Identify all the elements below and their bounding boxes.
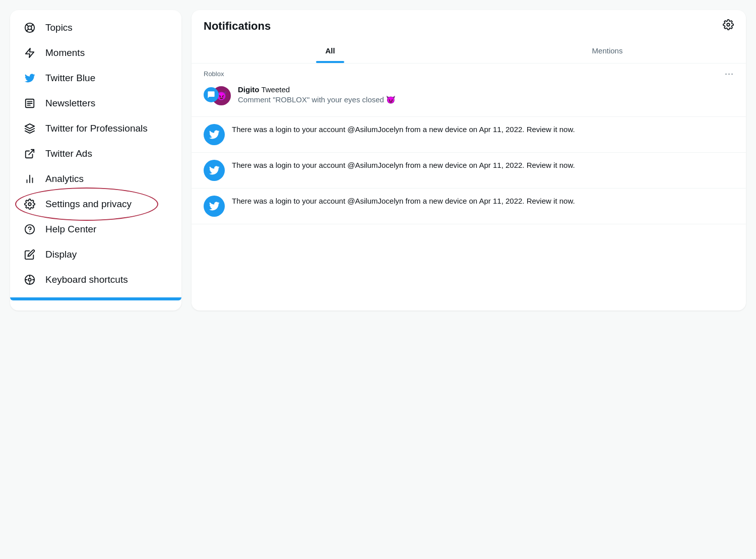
moments-icon	[22, 47, 37, 58]
sidebar-item-topics[interactable]: Topics	[10, 15, 181, 40]
roblox-action-label: Tweeted	[261, 85, 290, 94]
notifications-header: Notifications	[192, 10, 746, 38]
notifications-panel: Notifications All Mentions Roblox	[192, 10, 746, 310]
roblox-user-text: Digito Tweeted	[238, 85, 734, 94]
sidebar-item-twitter-ads-label: Twitter Ads	[45, 148, 92, 159]
twitter-blue-icon	[22, 73, 37, 84]
settings-icon	[22, 199, 37, 210]
twitter-professionals-icon	[22, 123, 37, 134]
sidebar-item-help-center-label: Help Center	[45, 224, 96, 235]
svg-point-24	[727, 23, 730, 26]
sidebar-item-settings-privacy-label: Settings and privacy	[45, 199, 132, 210]
roblox-more-button[interactable]: ···	[725, 69, 734, 79]
analytics-icon	[22, 173, 37, 184]
sidebar-item-settings-privacy[interactable]: Settings and privacy	[10, 192, 181, 217]
sidebar-bottom-bar	[10, 297, 181, 300]
svg-line-11	[29, 150, 34, 155]
notifications-tabs: All Mentions	[192, 38, 746, 64]
svg-line-5	[27, 29, 29, 31]
sidebar-item-twitter-professionals-label: Twitter for Professionals	[45, 123, 148, 134]
notification-list: Roblox ··· 😈	[192, 64, 746, 224]
roblox-content: Digito Tweeted Comment "ROBLOX" with you…	[238, 85, 734, 104]
roblox-source-label: Roblox	[204, 70, 224, 78]
sidebar-item-moments-label: Moments	[45, 47, 85, 58]
svg-point-15	[28, 203, 31, 206]
sidebar-item-help-center[interactable]: Help Center	[10, 217, 181, 242]
roblox-username: Digito	[238, 85, 260, 94]
login-notification-1[interactable]: There was a login to your account @Asilu…	[192, 117, 746, 153]
topics-icon	[22, 22, 37, 33]
twitter-ads-icon	[22, 148, 37, 159]
sidebar-item-twitter-professionals[interactable]: Twitter for Professionals	[10, 116, 181, 141]
twitter-logo-icon-2	[204, 160, 225, 181]
keyboard-icon	[22, 274, 37, 285]
twitter-logo-icon-3	[204, 196, 225, 217]
sidebar-item-keyboard-shortcuts-label: Keyboard shortcuts	[45, 274, 128, 285]
tab-all[interactable]: All	[192, 38, 469, 63]
display-icon	[22, 249, 37, 260]
login-notification-1-text: There was a login to your account @Asilu…	[232, 124, 734, 136]
sidebar: Topics Moments Twitter Blue	[10, 10, 181, 310]
roblox-notification[interactable]: Roblox ··· 😈	[192, 64, 746, 117]
newsletters-icon	[22, 98, 37, 109]
svg-marker-6	[26, 48, 34, 57]
login-notification-2-text: There was a login to your account @Asilu…	[232, 160, 734, 171]
sidebar-item-keyboard-shortcuts[interactable]: Keyboard shortcuts	[10, 267, 181, 292]
roblox-comment: Comment "ROBLOX" with your eyes closed 😈	[238, 95, 734, 104]
sidebar-item-moments[interactable]: Moments	[10, 40, 181, 66]
notifications-settings-icon[interactable]	[723, 19, 734, 33]
page-title: Notifications	[204, 20, 271, 33]
tab-mentions[interactable]: Mentions	[469, 38, 746, 63]
app-container: Topics Moments Twitter Blue	[10, 10, 746, 310]
svg-line-4	[31, 25, 33, 27]
svg-line-2	[27, 25, 29, 27]
sidebar-item-display[interactable]: Display	[10, 242, 181, 267]
login-notification-3[interactable]: There was a login to your account @Asilu…	[192, 189, 746, 224]
twitter-logo-icon-1	[204, 124, 225, 145]
sidebar-item-newsletters[interactable]: Newsletters	[10, 91, 181, 116]
svg-point-19	[28, 278, 31, 281]
login-notification-2[interactable]: There was a login to your account @Asilu…	[192, 153, 746, 189]
sidebar-item-display-label: Display	[45, 249, 77, 260]
sidebar-item-analytics[interactable]: Analytics	[10, 166, 181, 192]
help-icon	[22, 224, 37, 235]
sidebar-item-twitter-ads[interactable]: Twitter Ads	[10, 141, 181, 166]
sidebar-item-twitter-blue-label: Twitter Blue	[45, 73, 95, 84]
tweet-bubble-icon	[204, 87, 219, 102]
sidebar-item-topics-label: Topics	[45, 22, 73, 33]
login-notification-3-text: There was a login to your account @Asilu…	[232, 196, 734, 207]
roblox-header: Roblox ···	[192, 64, 746, 82]
sidebar-item-newsletters-label: Newsletters	[45, 98, 95, 109]
svg-line-3	[31, 29, 33, 31]
sidebar-item-analytics-label: Analytics	[45, 173, 84, 184]
roblox-inner: 😈 Digito Tweeted Comment "ROBLOX" with y…	[192, 82, 746, 109]
sidebar-item-twitter-blue[interactable]: Twitter Blue	[10, 66, 181, 91]
roblox-icon-stack: 😈	[204, 85, 232, 109]
